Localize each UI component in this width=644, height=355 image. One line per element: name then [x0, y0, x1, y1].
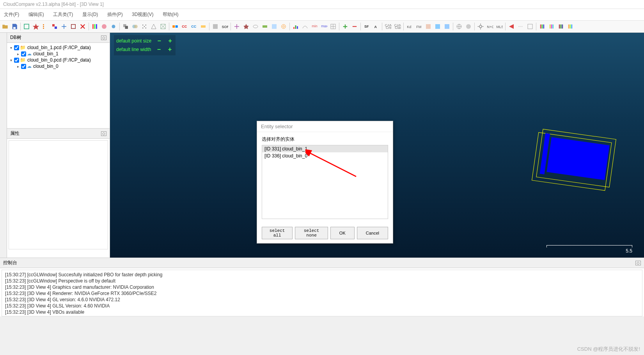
- entity-item[interactable]: [ID 331] cloud_bin_1: [262, 145, 388, 152]
- ok-button[interactable]: OK: [330, 227, 355, 239]
- minus-icon[interactable]: [350, 22, 359, 31]
- console-content[interactable]: [15:30:27] [ccGLWindow] Succesfully init…: [2, 270, 642, 316]
- stats-icon[interactable]: [301, 22, 309, 31]
- svg-point-14: [134, 25, 138, 28]
- tree-arrow-icon[interactable]: ▾: [9, 46, 13, 50]
- segment-icon[interactable]: [50, 22, 59, 31]
- panel-undock-icon[interactable]: ◇: [101, 131, 106, 136]
- menu-plugins[interactable]: 插件(P): [103, 10, 127, 19]
- svg-rect-7: [94, 24, 96, 29]
- line-width-plus[interactable]: +: [167, 46, 173, 53]
- tree-arrow-icon[interactable]: ▸: [16, 64, 20, 69]
- unroll-icon[interactable]: [261, 22, 269, 31]
- sample-mesh-icon[interactable]: [149, 22, 158, 31]
- primitive-icon[interactable]: [251, 22, 260, 31]
- a-icon[interactable]: A: [372, 22, 380, 31]
- point-size-minus[interactable]: −: [156, 37, 162, 44]
- tree-checkbox[interactable]: [21, 64, 26, 69]
- menu-help[interactable]: 帮助(H): [159, 10, 183, 19]
- sf-max-icon[interactable]: max: [319, 22, 328, 31]
- books2-icon[interactable]: [547, 22, 556, 31]
- books3-icon[interactable]: [557, 22, 565, 31]
- delete-icon[interactable]: [78, 22, 87, 31]
- fit-plane-icon[interactable]: [242, 22, 250, 31]
- tree-item[interactable]: ▾ 📁 cloud_bin_1.pcd (F:/ICP_data): [9, 44, 108, 51]
- tree-arrow-icon[interactable]: ▸: [16, 52, 20, 56]
- sf-label-icon[interactable]: SF: [362, 22, 371, 31]
- tree-item[interactable]: ▸ ☁ cloud_bin_1: [9, 51, 108, 57]
- filter-icon[interactable]: [211, 22, 220, 31]
- scalar-icon[interactable]: [90, 22, 99, 31]
- normals-icon[interactable]: [109, 22, 118, 31]
- register-icon[interactable]: CC: [180, 22, 189, 31]
- panel-undock-icon[interactable]: ◇: [635, 261, 641, 265]
- rasterize-icon[interactable]: [270, 22, 279, 31]
- dashed-icon[interactable]: [516, 22, 525, 31]
- select-none-button[interactable]: select none: [295, 227, 328, 239]
- cross-section-icon[interactable]: [232, 22, 241, 31]
- menu-3dview[interactable]: 3D视图(V): [128, 10, 157, 19]
- tree-checkbox[interactable]: [14, 58, 19, 63]
- gear-icon[interactable]: [476, 22, 485, 31]
- delaunay-icon[interactable]: [159, 22, 167, 31]
- open-icon[interactable]: [1, 22, 9, 31]
- sf-grid-icon[interactable]: [329, 22, 337, 31]
- label-icon[interactable]: [199, 22, 208, 31]
- tree-item[interactable]: ▾ 📁 cloud_bin_0.pcd (F:/ICP_data): [9, 57, 108, 63]
- clone-icon[interactable]: [121, 22, 130, 31]
- crop-icon[interactable]: [69, 22, 78, 31]
- align-icon[interactable]: [171, 22, 179, 31]
- view-top-icon[interactable]: [22, 22, 31, 31]
- cloud-icon: ☁: [27, 64, 32, 69]
- tree-checkbox[interactable]: [14, 45, 19, 50]
- menu-tools[interactable]: 工具类(T): [49, 10, 77, 19]
- cancel-button[interactable]: Cancel: [357, 227, 388, 239]
- tree-item[interactable]: ▸ ☁ cloud_bin_0: [9, 63, 108, 69]
- plugin3-icon[interactable]: [443, 22, 451, 31]
- svg-text:max: max: [321, 24, 327, 28]
- menu-edit[interactable]: 编辑(E): [25, 10, 48, 19]
- sor-icon[interactable]: SOR: [220, 22, 229, 31]
- fm-icon[interactable]: FM: [415, 22, 423, 31]
- pick-icon[interactable]: [32, 22, 40, 31]
- tree-arrow-icon[interactable]: ▾: [9, 58, 13, 62]
- line-width-minus[interactable]: −: [156, 46, 162, 53]
- point-size-plus[interactable]: +: [167, 37, 173, 44]
- contour-icon[interactable]: [279, 22, 288, 31]
- panel-undock-icon[interactable]: ◇: [101, 35, 106, 40]
- color-icon[interactable]: [100, 22, 108, 31]
- canupo-create-icon[interactable]: CANUPOCreate: [384, 22, 392, 31]
- nc-icon[interactable]: N+C: [486, 22, 494, 31]
- svg-rect-1: [24, 24, 29, 29]
- menu-display[interactable]: 显示(D): [78, 10, 102, 19]
- point-list-icon[interactable]: [41, 22, 50, 31]
- tree-checkbox[interactable]: [21, 51, 26, 57]
- books1-icon[interactable]: [538, 22, 546, 31]
- subsample-icon[interactable]: [140, 22, 149, 31]
- menu-file[interactable]: 文件(F): [0, 10, 23, 19]
- save-icon[interactable]: [10, 22, 19, 31]
- books4-icon[interactable]: [566, 22, 575, 31]
- plugin2-icon[interactable]: [433, 22, 442, 31]
- globe-icon[interactable]: [455, 22, 463, 31]
- entity-item[interactable]: [ID 336] cloud_bin_0: [262, 152, 388, 159]
- histogram-icon[interactable]: [291, 22, 300, 31]
- mls-icon[interactable]: MLS: [495, 22, 504, 31]
- svg-text:N+C: N+C: [487, 25, 494, 29]
- svg-point-19: [145, 28, 146, 28]
- merge-icon[interactable]: [131, 22, 139, 31]
- translate-icon[interactable]: [60, 22, 68, 31]
- sphere-icon[interactable]: [464, 22, 473, 31]
- plugin1-icon[interactable]: [424, 22, 433, 31]
- entity-list[interactable]: [ID 331] cloud_bin_1[ID 336] cloud_bin_0: [262, 145, 388, 219]
- plus-icon[interactable]: [341, 22, 349, 31]
- tree-content[interactable]: ▾ 📁 cloud_bin_1.pcd (F:/ICP_data)▸ ☁ clo…: [7, 43, 110, 128]
- red-arrow-icon[interactable]: [507, 22, 516, 31]
- dist-icon[interactable]: CC: [190, 22, 198, 31]
- canupo-classify-icon[interactable]: CANUPOClassify: [393, 22, 402, 31]
- sf-min-icon[interactable]: min: [310, 22, 319, 31]
- kd-icon[interactable]: Kd: [405, 22, 414, 31]
- slice-icon[interactable]: [526, 22, 534, 31]
- select-all-button[interactable]: select all: [262, 227, 293, 239]
- svg-point-2: [43, 24, 44, 25]
